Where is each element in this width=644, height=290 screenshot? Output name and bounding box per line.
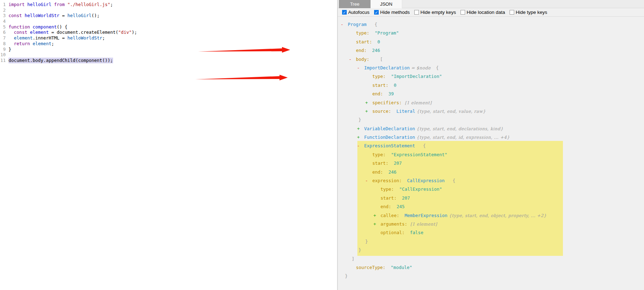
checkbox-unchecked-icon[interactable] — [461, 10, 465, 15]
tree-row[interactable]: end: 245 — [338, 202, 644, 211]
tree-row[interactable]: type: "ExpressionStatement" — [338, 151, 644, 159]
code-token: "./helloGirl.js" — [68, 2, 110, 7]
collapse-toggle-icon[interactable]: - — [357, 142, 364, 150]
line-number: 6 — [0, 30, 6, 35]
tree-row: } — [338, 246, 644, 254]
tree-row[interactable]: -expression: CallExpression { — [338, 176, 644, 185]
tree-row[interactable]: optional: false — [338, 228, 644, 237]
property-key: body: — [356, 57, 369, 62]
code-token — [25, 2, 27, 7]
tree-row[interactable]: type: "Program" — [338, 29, 644, 37]
tree-row[interactable]: start: 207 — [338, 194, 644, 202]
node-name[interactable]: Program — [348, 22, 367, 27]
checkbox-checked-icon[interactable]: ✓ — [374, 10, 379, 15]
code-token: helloGirl — [68, 13, 92, 18]
tree-row[interactable]: type: "CallExpression" — [338, 185, 644, 194]
toggle-hide-type-keys[interactable]: Hide type keys — [510, 10, 547, 15]
node-name[interactable]: Literal — [391, 109, 415, 114]
code-line[interactable]: 8 return element; — [0, 41, 337, 47]
code-line[interactable]: 4 — [0, 19, 337, 24]
punctuation: { — [445, 178, 455, 183]
property-value: "ImportDeclaration" — [386, 74, 442, 79]
collapse-toggle-icon[interactable]: - — [341, 20, 348, 29]
tab-json[interactable]: JSON — [371, 0, 402, 8]
node-preview: [1 element] — [407, 222, 437, 227]
code-line[interactable]: 6 const element = document.createElement… — [0, 30, 337, 35]
code-line[interactable]: 7 element.innerHTML = helloWorldStr; — [0, 35, 337, 41]
property-key: type: — [380, 186, 394, 192]
code-token — [51, 2, 54, 7]
node-name[interactable]: VariableDeclaration — [364, 126, 415, 131]
code-line[interactable]: 10 — [0, 52, 337, 58]
expand-toggle-icon[interactable]: + — [373, 211, 380, 220]
property-value: 207 — [396, 195, 410, 201]
checkbox-checked-icon[interactable]: ✓ — [342, 10, 347, 15]
tree-row[interactable]: +specifiers: [1 element] — [338, 99, 644, 107]
code-token: "div" — [118, 30, 132, 35]
property-key: type: — [372, 152, 386, 157]
line-number: 4 — [0, 19, 6, 24]
checkbox-unchecked-icon[interactable] — [510, 10, 514, 15]
code-token: element — [30, 30, 49, 35]
code-token: ; — [51, 41, 54, 46]
toggle-hide-empty-keys[interactable]: Hide empty keys — [414, 10, 456, 15]
property-key: optional: — [380, 230, 405, 235]
code-token: element — [33, 41, 52, 46]
expand-toggle-icon[interactable]: + — [365, 99, 372, 107]
tree-row: ] — [338, 255, 644, 263]
tree-row[interactable]: end: 39 — [338, 90, 644, 98]
collapse-toggle-icon[interactable]: - — [365, 176, 372, 185]
node-name[interactable]: MemberExpression — [399, 213, 447, 218]
tree-row[interactable]: end: 246 — [338, 46, 644, 55]
tree-row[interactable]: end: 246 — [338, 168, 644, 176]
code-line[interactable]: 11document.body.appendChild(component())… — [0, 58, 337, 63]
property-value: 246 — [383, 169, 396, 175]
punctuation: { — [431, 65, 439, 70]
tree-row[interactable]: type: "ImportDeclaration" — [338, 72, 644, 81]
collapse-toggle-icon[interactable]: - — [349, 55, 356, 64]
tree-row[interactable]: start: 0 — [338, 38, 644, 46]
node-name[interactable]: ExpressionStatement — [364, 143, 415, 148]
tree-row[interactable]: +callee: MemberExpression {type, start, … — [338, 211, 644, 220]
code-token: .innerHTML = — [33, 35, 68, 41]
tree-row[interactable]: start: 0 — [338, 81, 644, 90]
expand-toggle-icon[interactable]: + — [357, 125, 364, 133]
punctuation: [ — [369, 57, 383, 62]
tree-row[interactable]: +source: Literal {type, start, end, valu… — [338, 107, 644, 116]
code-line[interactable]: 5function component() { — [0, 24, 337, 30]
punctuation: ] — [352, 256, 355, 262]
code-line[interactable]: 2 — [0, 7, 337, 13]
tree-row[interactable]: -ImportDeclaration = $node { — [338, 64, 644, 72]
node-name[interactable]: FunctionDeclaration — [364, 135, 415, 140]
property-key: start: — [372, 83, 388, 88]
line-number: 11 — [0, 58, 6, 63]
expand-toggle-icon[interactable]: + — [373, 220, 380, 228]
toggle-hide-location-data[interactable]: Hide location data — [461, 10, 505, 15]
tree-row[interactable]: -ExpressionStatement { — [338, 142, 644, 150]
expand-toggle-icon[interactable]: + — [357, 133, 364, 142]
tree-row[interactable]: -body: [ — [338, 55, 644, 64]
collapse-toggle-icon[interactable]: - — [357, 64, 364, 72]
checkbox-unchecked-icon[interactable] — [414, 10, 419, 15]
code-line[interactable]: 9} — [0, 47, 337, 52]
tree-row[interactable]: start: 207 — [338, 159, 644, 168]
code-token — [9, 35, 14, 41]
tree-row: } — [338, 116, 644, 124]
node-name[interactable]: ImportDeclaration — [364, 65, 410, 70]
code-token — [30, 41, 33, 46]
tree-row[interactable]: +VariableDeclaration {type, start, end, … — [338, 125, 644, 133]
expand-toggle-icon[interactable]: + — [365, 107, 372, 116]
tree-row[interactable]: +arguments: [1 element] — [338, 220, 644, 228]
tree-row[interactable]: +FunctionDeclaration {type, start, end, … — [338, 133, 644, 142]
code-editor[interactable]: 1import helloGirl from "./helloGirl.js";… — [0, 0, 337, 290]
toggle-hide-methods[interactable]: ✓Hide methods — [374, 10, 410, 15]
tree-row[interactable]: sourceType: "module" — [338, 263, 644, 272]
toggle-autofocus[interactable]: ✓Autofocus — [342, 10, 369, 15]
code-line[interactable]: 1import helloGirl from "./helloGirl.js"; — [0, 2, 337, 7]
code-token: helloWorldStr — [68, 35, 102, 41]
tab-tree[interactable]: Tree — [339, 0, 371, 8]
tree-row[interactable]: -Program { — [338, 20, 644, 29]
code-line[interactable]: 3const helloWorldStr = helloGirl(); — [0, 13, 337, 19]
property-key: source: — [372, 109, 391, 114]
node-name[interactable]: CallExpression — [402, 178, 445, 183]
